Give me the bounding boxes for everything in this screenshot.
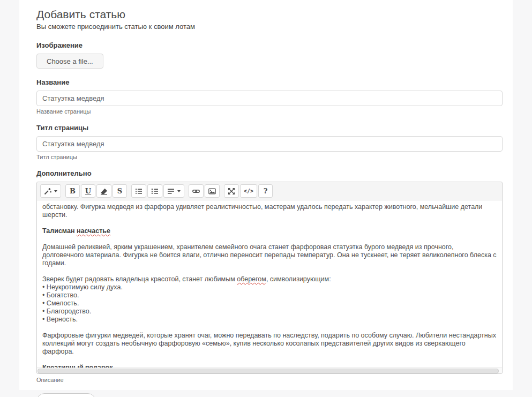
toolbar-group: [189, 184, 220, 198]
content-card: Добавить статью Вы сможете присоединить …: [19, 0, 513, 390]
editor-paragraph: Домашней реликвией, ярким украшением, хр…: [42, 243, 497, 267]
editor-paragraph: обстановку. Фигурка медведя из фарфора у…: [42, 203, 497, 219]
editor-paragraph: Зверек будет радовать владельца красотой…: [42, 275, 497, 324]
page-title: Добавить статью: [36, 8, 503, 21]
text-run: Зверек будет радовать владельца красотой…: [42, 275, 237, 283]
editor-text-line: Талисман насчастье: [42, 227, 497, 235]
choose-file-button[interactable]: Choose a file...: [36, 54, 103, 69]
name-helper: Название страницы: [36, 108, 503, 115]
extra-label: Дополнительно: [36, 169, 503, 177]
paragraph-lines-icon: [167, 188, 175, 195]
chevron-down-icon: [54, 190, 57, 192]
link-button[interactable]: [189, 184, 204, 198]
misspelled-word: Креативный: [42, 364, 84, 368]
image-label: Изображение: [36, 41, 503, 49]
name-input[interactable]: [36, 91, 503, 106]
text-run: Фарфоровые фигурки медведей, которые хра…: [42, 332, 496, 355]
help-glyph: ?: [264, 188, 268, 194]
text-run: • Верность.: [42, 316, 78, 323]
editor-content[interactable]: обстановку. Фигурка медведя из фарфора у…: [37, 200, 502, 368]
description-helper: Описание: [36, 377, 503, 383]
codeview-glyph: </>: [244, 189, 253, 194]
page-subtitle: Вы сможете присоединить статью к своим л…: [36, 23, 503, 31]
editor-text-line: Зверек будет радовать владельца красотой…: [42, 275, 497, 283]
style-button[interactable]: [40, 184, 61, 198]
toolbar-group: [40, 184, 61, 198]
page-title-input[interactable]: [36, 136, 503, 152]
save-button[interactable]: Сохранить: [36, 393, 96, 397]
misspelled-word: насчастье: [77, 227, 110, 235]
editor-text-line: • Неукротимую силу духа.: [42, 283, 497, 291]
editor-text-line: Фарфоровые фигурки медведей, которые хра…: [42, 332, 497, 356]
unordered-list-button[interactable]: [131, 184, 146, 198]
text-run: обстановку. Фигурка медведя из фарфора у…: [42, 203, 482, 219]
editor-text-line: • Богатство.: [42, 291, 497, 299]
strikethrough-glyph: S: [117, 188, 122, 194]
ordered-list-button[interactable]: [147, 184, 162, 198]
editor-paragraph: Фарфоровые фигурки медведей, которые хра…: [42, 332, 497, 356]
fullscreen-button[interactable]: [224, 184, 239, 198]
text-run: Талисман: [42, 227, 77, 235]
page-title-label: Титл страницы: [36, 124, 503, 132]
editor-text-line: • Смелость.: [42, 299, 497, 308]
eraser-icon: [100, 188, 108, 195]
text-run: , символизирующим:: [266, 275, 331, 283]
help-button[interactable]: ?: [258, 184, 273, 198]
editor-text-line: • Благородство.: [42, 308, 497, 316]
text-run: подарок: [84, 364, 113, 368]
magic-wand-icon: [44, 188, 51, 195]
bold-button[interactable]: B: [65, 184, 80, 198]
text-run: • Богатство.: [42, 291, 79, 299]
toolbar-group: [131, 184, 184, 198]
rich-text-editor: BUS</>? обстановку. Фигурка медведя из ф…: [36, 182, 503, 374]
page-title-helper: Титл страницы: [36, 154, 503, 160]
link-icon: [192, 188, 200, 195]
editor-horizontal-scrollbar[interactable]: [37, 368, 502, 373]
clear-format-button[interactable]: [96, 184, 111, 198]
arrows-expand-icon: [228, 188, 235, 195]
underline-button[interactable]: U: [81, 184, 95, 198]
bold-glyph: B: [70, 188, 76, 194]
editor-text-line: Домашней реликвией, ярким украшением, хр…: [42, 243, 497, 267]
editor-text-line: Креативный подарок: [42, 364, 497, 368]
editor-text-line: • Верность.: [42, 316, 497, 324]
chevron-down-icon: [177, 190, 181, 192]
paragraph-button[interactable]: [163, 184, 184, 198]
scrollbar-thumb[interactable]: [38, 369, 499, 373]
name-label: Название: [36, 78, 503, 86]
editor-text-line: обстановку. Фигурка медведя из фарфора у…: [42, 203, 497, 219]
editor-heading: Креативный подарок: [42, 364, 497, 368]
toolbar-group: </>?: [224, 184, 273, 198]
editor-toolbar: BUS</>?: [37, 182, 502, 200]
list-ol-icon: [151, 188, 159, 195]
list-ul-icon: [135, 188, 143, 195]
toolbar-group: BUS: [65, 184, 127, 198]
text-run: • Смелость.: [42, 299, 79, 307]
misspelled-word: оберегом: [237, 275, 266, 283]
codeview-button[interactable]: </>: [240, 184, 257, 198]
text-run: • Неукротимую силу духа.: [42, 283, 123, 291]
picture-button[interactable]: [205, 184, 220, 198]
picture-icon: [208, 188, 216, 195]
text-run: • Благородство.: [42, 308, 91, 315]
text-run: Домашней реликвией, ярким украшением, хр…: [42, 243, 497, 267]
underline-glyph: U: [85, 188, 91, 194]
strikethrough-button[interactable]: S: [113, 184, 127, 198]
editor-heading: Талисман насчастье: [42, 227, 497, 235]
